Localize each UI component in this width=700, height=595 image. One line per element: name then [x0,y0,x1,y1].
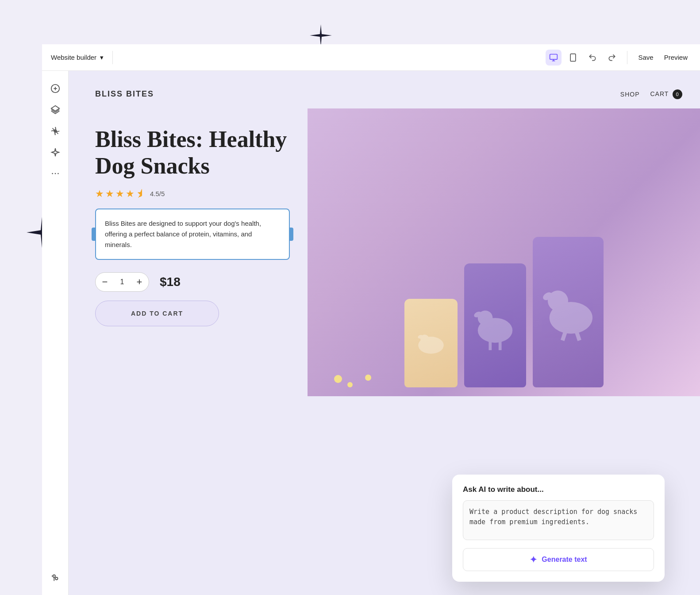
product-price: $18 [160,275,181,289]
candy-1 [334,375,342,383]
save-button[interactable]: Save [635,51,657,64]
candy-2 [347,382,353,387]
description-text: Bliss Bites are designed to support your… [105,220,261,248]
product-rating: ★ ★ ★ ★ ⯨ 4.5/5 [95,188,290,200]
star-4: ★ [126,188,135,200]
description-handle-right [289,228,293,241]
site-logo: BLISS BITES [95,89,154,99]
undo-button[interactable] [585,50,600,66]
canvas: BLISS BITES SHOP CART 0 Bliss Bites: Hea… [69,71,700,595]
sidebar-item-layers[interactable] [46,101,64,119]
ai-popup-title: Ask AI to write about... [463,485,654,494]
svg-rect-0 [550,54,558,59]
product-info: Bliss Bites: Healthy Dog Snacks ★ ★ ★ ★ … [77,108,308,396]
product-section: Bliss Bites: Healthy Dog Snacks ★ ★ ★ ★ … [77,108,700,396]
star-1: ★ [95,188,104,200]
description-box[interactable]: Bliss Bites are designed to support your… [95,209,290,260]
sidebar-item-more[interactable] [46,165,64,182]
toolbar-divider-2 [627,51,627,64]
svg-point-12 [58,173,59,174]
svg-point-13 [53,575,55,578]
cart-count-badge: 0 [673,89,682,99]
site-nav: BLISS BITES SHOP CART 0 [77,80,700,108]
sidebar-item-add[interactable] [46,80,64,97]
redo-button[interactable] [604,50,620,66]
svg-point-11 [54,173,56,174]
mobile-view-button[interactable] [565,50,581,66]
desktop-view-button[interactable] [546,50,562,66]
candy-3 [365,375,371,381]
ai-generate-label: Generate text [542,556,587,564]
sidebar-item-effects[interactable] [46,143,64,161]
site-nav-links: SHOP CART 0 [620,89,682,99]
product-image-bg [308,108,700,396]
rating-text: 4.5/5 [150,190,165,197]
add-to-cart-button[interactable]: ADD TO CART [95,301,219,326]
ai-popup: Ask AI to write about... ✦ Generate text [452,475,665,582]
bags-container [404,237,604,396]
chevron-down-icon: ▾ [100,54,104,62]
product-bag-large [533,237,604,387]
product-title: Bliss Bites: Healthy Dog Snacks [95,126,290,179]
stars: ★ ★ ★ ★ ⯨ [95,188,146,200]
sparkle-decoration-top [310,24,332,46]
quantity-decrease-button[interactable]: − [96,273,114,291]
sidebar [42,71,69,595]
star-half: ⯨ [136,188,146,200]
toolbar-icons: Save Preview [546,50,691,66]
star-3: ★ [115,188,124,200]
product-bag-small [404,299,458,387]
sidebar-item-account[interactable] [46,568,64,586]
svg-point-10 [52,173,53,174]
toolbar: Website builder ▾ [42,44,700,71]
product-image-area [308,108,700,396]
svg-point-14 [55,577,58,580]
sidebar-item-ai[interactable] [46,122,64,140]
shop-nav-link[interactable]: SHOP [620,91,640,98]
quantity-increase-button[interactable]: + [130,273,149,291]
ai-generate-button[interactable]: ✦ Generate text [463,548,654,571]
svg-line-29 [577,332,579,340]
product-bag-medium [464,263,526,387]
star-2: ★ [105,188,114,200]
svg-rect-3 [571,54,576,61]
quantity-value: 1 [114,278,130,286]
brand-selector[interactable]: Website builder ▾ [51,54,104,62]
svg-line-28 [562,332,565,340]
description-handle-left [92,228,96,241]
brand-label: Website builder [51,54,96,61]
toolbar-divider [112,51,113,64]
ai-prompt-textarea[interactable] [463,500,654,540]
sparkle-icon: ✦ [530,554,537,565]
cart-nav-link[interactable]: CART 0 [650,89,683,99]
quantity-row: − 1 + $18 [95,272,290,292]
quantity-control: − 1 + [95,272,149,292]
preview-button[interactable]: Preview [661,51,691,64]
